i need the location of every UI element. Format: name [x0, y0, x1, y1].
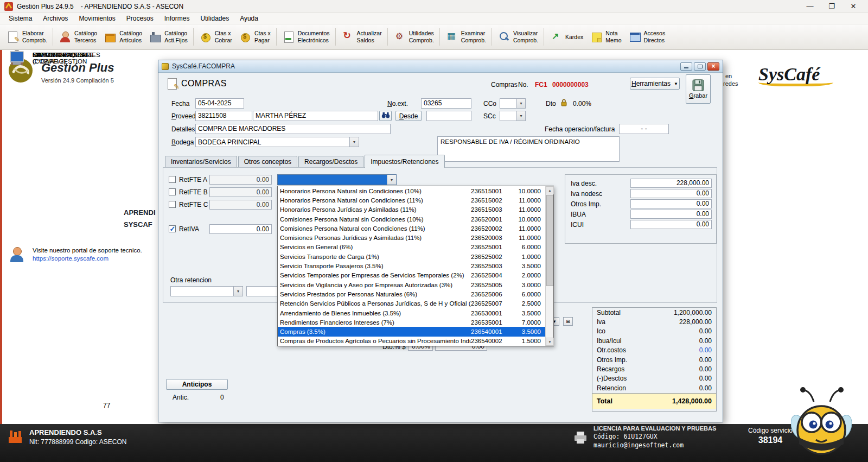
window-controls: — ❐ ✕: [806, 2, 864, 10]
retfte-a-value[interactable]: 0.00: [209, 175, 272, 185]
total-label: Total: [597, 397, 612, 405]
ctas-x-cobrar-button[interactable]: Ctas x Cobrar: [196, 28, 235, 45]
dialog-titlebar[interactable]: SysCafé.FACOMPRA ×: [158, 60, 723, 73]
refresh-icon: [341, 31, 354, 43]
utilidades-comprob-button[interactable]: Utilidades Comprob.: [390, 28, 440, 45]
add-line-button[interactable]: ⊞: [563, 317, 573, 326]
sidebar-item-portal: Visite nuestro portal de soporte tecnico…: [9, 246, 144, 263]
nota-memo-button[interactable]: Nota Memo: [586, 28, 624, 45]
tax-option[interactable]: Honorarios Persona Natural con Condicion…: [278, 195, 545, 205]
sidebar-item-equipo[interactable]: LAPTOP-3P2QU39E C:\CAFE\GESTION: [9, 50, 139, 66]
retfte-a-checkbox[interactable]: [169, 176, 176, 183]
retfte-b-label: RetFTE B: [179, 188, 208, 196]
buscar-proveedor-button[interactable]: [379, 111, 392, 121]
tab[interactable]: Recargos/Desctos: [298, 156, 363, 168]
tab[interactable]: Impuestos/Retenciones: [365, 155, 444, 168]
tab[interactable]: Inventarios/Servicios: [165, 156, 237, 168]
tax-option[interactable]: Compras (3.5%) 236540001 3.5000: [278, 327, 545, 336]
dialog-minimize-button[interactable]: [680, 62, 692, 71]
tax-option[interactable]: Arrendamiento de Bienes Inmuebles (3.5%)…: [278, 308, 545, 318]
visualizar-comprob-button[interactable]: Visualizar Comprob.: [494, 28, 544, 45]
kardex-button[interactable]: Kardex: [546, 29, 586, 45]
noext-input[interactable]: 03265: [421, 98, 471, 109]
actualizar-saldos-button[interactable]: Actualizar Saldos: [338, 28, 388, 45]
tax-option[interactable]: Rendimientos Financieros Intereses (7%) …: [278, 318, 545, 327]
herramientas-button[interactable]: Herramientas ▼: [630, 78, 680, 90]
chevron-down-icon[interactable]: ▾: [387, 175, 396, 185]
floppy-disk-icon: [692, 79, 704, 91]
bodega-select[interactable]: BODEGA PRINCIPAL ▾: [195, 137, 359, 147]
tax-option[interactable]: Compras de Productos Agrícolas o Pecuari…: [278, 337, 545, 346]
accesos-directos-button[interactable]: Accesos Directos: [625, 28, 669, 45]
tab[interactable]: Otros conceptos: [238, 156, 297, 168]
catalogo-terceros-button[interactable]: Catálogo Terceros: [55, 28, 100, 45]
doc-prefix: FC1: [535, 81, 547, 88]
document-edit-icon: [7, 31, 20, 43]
tax-option[interactable]: Servicio Transporte Pasajeros (3.5%) 236…: [278, 261, 545, 270]
retfte-b-checkbox[interactable]: [169, 188, 176, 195]
menu-item[interactable]: Archivos: [37, 14, 73, 23]
tax-option[interactable]: Comisiones Persona Natural con Condicion…: [278, 224, 545, 233]
desde-input[interactable]: [426, 111, 471, 121]
tax-option[interactable]: Servicios Transporte de Carga (1%) 23652…: [278, 252, 545, 261]
menu-item[interactable]: Ayuda: [234, 14, 264, 23]
tax-option[interactable]: Servicios de Vigilancia y Aseo por Empre…: [278, 280, 545, 289]
tax-option[interactable]: Honorarios Persona Natural sin Condicion…: [278, 186, 545, 195]
computer-icon: [9, 50, 25, 66]
dialog-maximize-button[interactable]: [694, 62, 706, 71]
menu-item[interactable]: Procesos: [121, 14, 159, 23]
menu-item[interactable]: Sistema: [3, 14, 37, 23]
otra-retencion-combo[interactable]: ▾: [170, 286, 243, 296]
ctas-x-pagar-button[interactable]: Ctas x Pagar: [235, 28, 277, 45]
menu-item[interactable]: Utilidades: [195, 14, 234, 23]
proveedor-nombre-input[interactable]: MARTHA PÉREZ: [253, 111, 378, 121]
maximize-button[interactable]: ❐: [828, 2, 835, 10]
scroll-thumb[interactable]: [546, 195, 553, 286]
catalogo-articulos-button[interactable]: Catálogo Artículos: [100, 28, 145, 45]
documentos-electronicos-button[interactable]: Documentos Electrónicos: [279, 28, 336, 45]
scroll-down-arrow[interactable]: ▾: [546, 338, 554, 346]
retfte-b-value[interactable]: 0.00: [209, 187, 272, 197]
tax-option[interactable]: Servicios Temporales por Empresas de Ser…: [278, 271, 545, 280]
iva-value-field[interactable]: 0.00: [630, 220, 712, 229]
menu-item[interactable]: Informes: [159, 14, 195, 23]
tax-option[interactable]: Retención Servicios Públicos a Personas …: [278, 299, 545, 308]
grabar-button[interactable]: Grabar: [686, 74, 711, 104]
iva-value-field[interactable]: 0.00: [630, 199, 712, 208]
totals-panel: Subtotal 1,200,000.00 Iva 228,000.00 Ico…: [592, 307, 717, 412]
detalles-input[interactable]: COMPRA DE MARCADORES: [195, 124, 391, 134]
minimize-button[interactable]: —: [806, 2, 814, 10]
iva-value-field[interactable]: 0.00: [630, 189, 712, 198]
close-button[interactable]: ✕: [850, 2, 857, 10]
retiva-checkbox[interactable]: [169, 225, 176, 232]
portal-link[interactable]: https://soporte.syscafe.com: [33, 255, 142, 262]
scc-combo[interactable]: ▾: [500, 111, 526, 121]
retfte-c-value[interactable]: 0.00: [209, 200, 272, 210]
menu-item[interactable]: Movimientos: [73, 14, 120, 23]
examinar-comprob-button[interactable]: Examinar Comprob.: [442, 28, 492, 45]
tax-option[interactable]: Servicios Prestados por Personas Natural…: [278, 289, 545, 299]
scrollbar[interactable]: ▴ ▾: [545, 186, 553, 346]
scroll-up-arrow[interactable]: ▴: [546, 186, 554, 194]
retfte-concepto-combo[interactable]: ▾: [277, 174, 397, 185]
iva-value-field[interactable]: 0.00: [630, 210, 712, 219]
shortcut-icon: [628, 31, 641, 43]
fecha-operacion-input[interactable]: - -: [619, 124, 669, 134]
cco-combo[interactable]: ▾: [500, 98, 526, 109]
retfte-c-checkbox[interactable]: [169, 201, 176, 208]
otra-retencion-input[interactable]: [246, 286, 279, 296]
fecha-input[interactable]: 05-04-2025: [195, 98, 244, 109]
dialog-close-button[interactable]: ×: [707, 62, 719, 71]
tax-option[interactable]: Comisiones Personas Jurídicas y Asimilad…: [278, 233, 545, 242]
tax-option[interactable]: Comisiones Persona Natural sin Condicion…: [278, 214, 545, 224]
iva-value-field[interactable]: 228,000.00: [630, 179, 712, 188]
anticipos-button[interactable]: Anticipos: [166, 379, 228, 390]
company-name: APRENDIENDO S.A.S: [29, 428, 126, 436]
retiva-value[interactable]: 0.00: [209, 224, 272, 234]
catalogo-actifijos-button[interactable]: Catálogo Acti.Fijos: [145, 28, 194, 45]
tax-option[interactable]: Servicios en General (6%) 236525001 6.00…: [278, 243, 545, 252]
proveedor-id-input[interactable]: 38211508: [195, 111, 252, 121]
desde-button[interactable]: Desde: [395, 111, 422, 121]
tax-option[interactable]: Honorarios Persona Jurídicas y Asimilada…: [278, 205, 545, 214]
elaborar-comprob-button[interactable]: Elaborar Comprob.: [3, 28, 53, 45]
